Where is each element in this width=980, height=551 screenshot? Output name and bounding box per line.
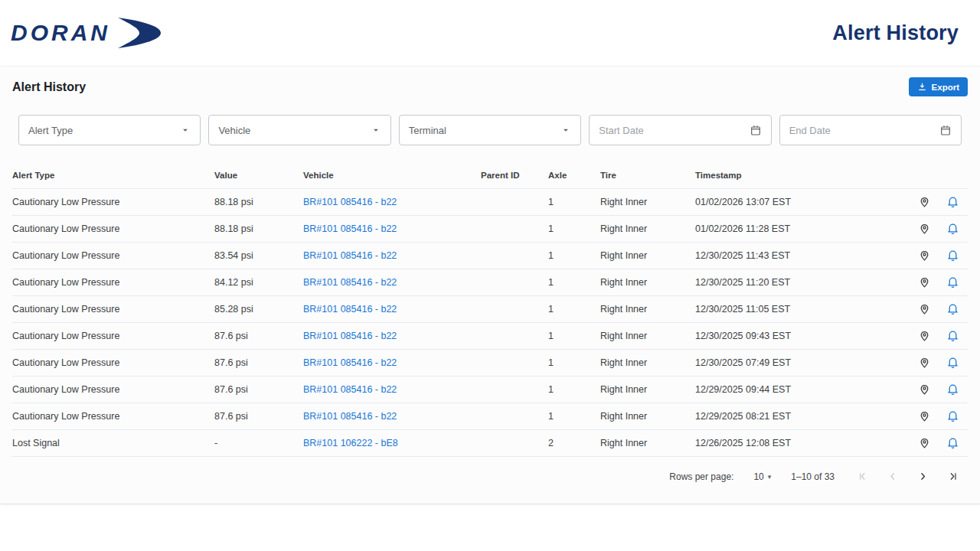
last-page-icon <box>947 471 959 482</box>
cell-axle: 1 <box>548 216 600 243</box>
location-pin-icon <box>918 276 931 289</box>
cell-action <box>911 377 937 403</box>
cell-vehicle: BR#101 085416 - b22 <box>303 216 481 243</box>
cell-action <box>937 350 968 377</box>
last-page-button[interactable] <box>946 469 960 484</box>
bell-icon <box>946 436 959 449</box>
bell-button[interactable] <box>945 301 961 317</box>
bell-button[interactable] <box>945 381 961 397</box>
bell-button[interactable] <box>945 220 961 236</box>
location-pin-button[interactable] <box>916 220 933 236</box>
bell-button[interactable] <box>945 194 961 210</box>
cell-action <box>911 216 937 243</box>
cell-action <box>911 430 937 457</box>
location-pin-icon <box>918 409 931 422</box>
chevron-down-icon <box>560 125 571 135</box>
card-header: Alert History Export <box>12 77 968 96</box>
bell-button[interactable] <box>945 435 961 451</box>
cell-timestamp: 12/30/2025 07:49 EST <box>695 350 911 377</box>
cell-action <box>937 377 968 403</box>
bell-icon <box>946 276 959 289</box>
vehicle-link[interactable]: BR#101 085416 - b22 <box>303 223 397 234</box>
vehicle-link[interactable]: BR#101 085416 - b22 <box>303 357 397 368</box>
cell-action <box>937 323 968 350</box>
filter-select-alert-type[interactable]: Alert Type <box>18 115 201 145</box>
bell-icon <box>946 302 959 315</box>
vehicle-link[interactable]: BR#101 085416 - b22 <box>303 331 397 341</box>
bell-button[interactable] <box>945 274 961 290</box>
location-pin-icon <box>918 383 931 396</box>
cell-axle: 1 <box>548 296 600 323</box>
cell-tire: Right Inner <box>600 269 695 296</box>
bell-button[interactable] <box>945 247 961 263</box>
cell-tire: Right Inner <box>600 377 695 403</box>
filter-select-vehicle[interactable]: Vehicle <box>208 115 390 145</box>
location-pin-button[interactable] <box>916 381 933 397</box>
location-pin-button[interactable] <box>916 247 933 263</box>
next-page-button[interactable] <box>916 469 930 484</box>
bell-button[interactable] <box>945 328 961 344</box>
cell-vehicle: BR#101 085416 - b22 <box>303 243 481 269</box>
location-pin-button[interactable] <box>916 194 933 210</box>
chevron-right-icon <box>917 471 929 482</box>
cell-value: 87.6 psi <box>214 350 303 377</box>
cell-parent-id <box>481 296 548 323</box>
pagination-nav <box>856 469 960 484</box>
alerts-table-body: Cautionary Low Pressure88.18 psiBR#101 0… <box>12 189 968 457</box>
location-pin-button[interactable] <box>916 301 933 317</box>
cell-action <box>937 243 968 269</box>
bell-icon <box>946 409 959 422</box>
cell-timestamp: 12/30/2025 11:43 EST <box>695 243 911 269</box>
location-pin-button[interactable] <box>916 354 933 370</box>
cell-parent-id <box>481 377 548 403</box>
cell-axle: 1 <box>548 189 600 216</box>
cell-vehicle: BR#101 085416 - b22 <box>303 189 481 216</box>
cell-timestamp: 12/30/2025 11:05 EST <box>695 296 911 323</box>
cell-value: 84.12 psi <box>214 269 303 296</box>
vehicle-link[interactable]: BR#101 085416 - b22 <box>303 277 397 288</box>
vehicle-link[interactable]: BR#101 085416 - b22 <box>303 197 397 207</box>
top-header: DORAN Alert History <box>0 0 980 66</box>
vehicle-link[interactable]: BR#101 085416 - b22 <box>303 411 397 422</box>
location-pin-button[interactable] <box>916 435 933 451</box>
cell-value: - <box>214 430 303 457</box>
export-button[interactable]: Export <box>909 77 968 96</box>
cell-action <box>937 296 968 323</box>
column-header-actions <box>911 162 937 189</box>
date-input-start-date[interactable]: Start Date <box>589 115 771 145</box>
chevron-down-icon <box>371 125 381 135</box>
cell-action <box>911 296 937 323</box>
pagination-range: 1–10 of 33 <box>791 471 835 482</box>
vehicle-link[interactable]: BR#101 085416 - b22 <box>303 304 397 315</box>
rows-per-page-select[interactable]: 10 ▾ <box>753 471 771 482</box>
cell-tire: Right Inner <box>600 216 695 243</box>
cell-timestamp: 01/02/2026 11:28 EST <box>695 216 911 243</box>
location-pin-button[interactable] <box>916 408 933 424</box>
date-input-end-date[interactable]: End Date <box>779 115 962 145</box>
previous-page-button[interactable] <box>886 469 900 484</box>
column-header-tire: Tire <box>600 162 695 189</box>
cell-action <box>937 403 968 430</box>
filter-select-terminal[interactable]: Terminal <box>399 115 581 145</box>
bell-icon <box>946 383 959 396</box>
column-header-alert-type: Alert Type <box>12 162 214 189</box>
cell-value: 88.18 psi <box>214 189 303 216</box>
cell-tire: Right Inner <box>600 350 695 377</box>
bell-button[interactable] <box>945 354 961 370</box>
cell-action <box>911 189 937 216</box>
location-pin-button[interactable] <box>916 274 933 290</box>
filter-label: Vehicle <box>218 125 250 136</box>
first-page-icon <box>858 471 869 482</box>
location-pin-button[interactable] <box>916 328 933 344</box>
column-header-axle: Axle <box>548 162 600 189</box>
table-row: Cautionary Low Pressure88.18 psiBR#101 0… <box>12 189 968 216</box>
cell-alert-type: Cautionary Low Pressure <box>12 269 214 296</box>
filter-label: Start Date <box>599 125 644 136</box>
cell-axle: 1 <box>548 403 600 430</box>
vehicle-link[interactable]: BR#101 106222 - bE8 <box>303 438 398 448</box>
vehicle-link[interactable]: BR#101 085416 - b22 <box>303 250 397 261</box>
vehicle-link[interactable]: BR#101 085416 - b22 <box>303 384 397 395</box>
bell-button[interactable] <box>945 408 961 424</box>
first-page-button[interactable] <box>856 469 871 484</box>
cell-timestamp: 12/29/2025 08:21 EST <box>695 403 911 430</box>
